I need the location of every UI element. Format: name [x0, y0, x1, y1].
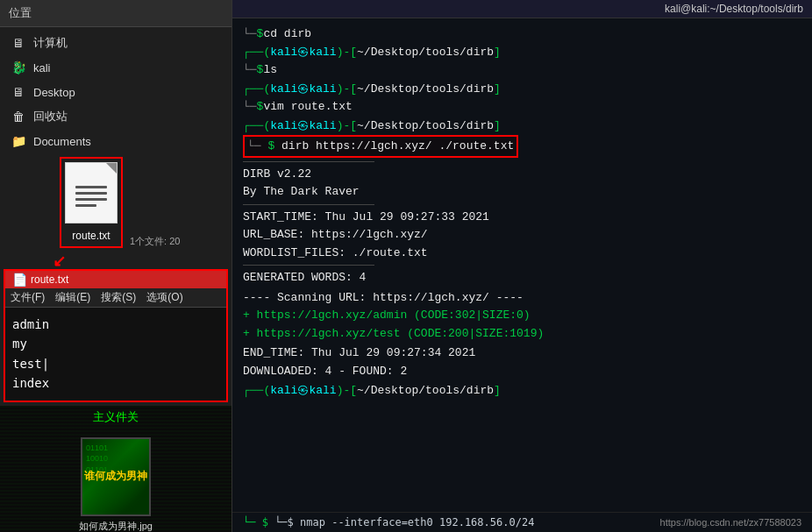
- t-user-host-4: kali㉿kali: [270, 382, 336, 400]
- t-path-1: ~/Desktop/tools/dirb: [357, 44, 494, 61]
- t-prompt-mid-3: )-[: [337, 117, 357, 135]
- trash-icon: 🗑: [11, 109, 26, 124]
- editor-content[interactable]: admin my test| index: [5, 308, 226, 401]
- dirb-url-base-text: URL_BASE: https://lgch.xyz/: [243, 226, 428, 244]
- dirb-start-time-text: START_TIME: Thu Jul 29 09:27:33 2021: [243, 209, 489, 226]
- t-cmd-dirb: dirb https://lgch.xyz/ ./route.txt: [281, 139, 514, 153]
- right-panel: kali@kali:~/Desktop/tools/dirb └─ $ cd d…: [232, 0, 812, 532]
- editor-line-4: index: [12, 373, 219, 393]
- nav-item-kali[interactable]: 🐉 kali: [0, 55, 231, 80]
- t-path-2: ~/Desktop/tools/dirb: [357, 81, 494, 98]
- desktop-icon: 🖥: [11, 84, 26, 100]
- dirb-gen-words: GENERATED WORDS: 4: [243, 269, 801, 287]
- t-prompt-end-4: ]: [494, 382, 501, 400]
- dirb-result-2: + https://lgch.xyz/test (CODE:200|SIZE:1…: [243, 325, 801, 343]
- nav-item-computer[interactable]: 🖥 计算机: [0, 31, 231, 55]
- footer-url[interactable]: https://blog.csdn.net/zx77588023: [660, 517, 801, 528]
- t-prompt-user-4: ┌──(: [243, 382, 270, 400]
- terminal-prompt-3: ┌──( kali㉿kali )-[ ~/Desktop/tools/dirb …: [243, 117, 801, 135]
- t-cmd-vim: vim route.txt: [263, 98, 352, 116]
- t-prompt-user-1: ┌──(: [243, 44, 270, 61]
- menu-edit[interactable]: 编辑(E): [55, 290, 90, 305]
- nav-item-documents[interactable]: 📁 Documents: [0, 129, 231, 153]
- file-icon-highlight: route.txt: [60, 157, 123, 248]
- nav-label-documents: Documents: [33, 135, 91, 148]
- location-label: 位置: [9, 6, 32, 19]
- footer-command: └─ $ └─$ nmap --interface=eth0 192.168.5…: [243, 516, 534, 528]
- dirb-gen-words-text: GENERATED WORDS: 4: [243, 269, 366, 287]
- jpg-thumbnail[interactable]: 谁何成为男神 011011001001101: [81, 437, 151, 516]
- terminal-footer: └─ $ └─$ nmap --interface=eth0 192.168.5…: [232, 512, 812, 532]
- terminal-body[interactable]: └─ $ cd dirb ┌──( kali㉿kali )-[ ~/Deskto…: [232, 18, 812, 512]
- t-path-4: ~/Desktop/tools/dirb: [357, 382, 494, 400]
- jpg-icon-area[interactable]: 谁何成为男神 011011001001101 如何成为男神.jpg: [79, 437, 153, 532]
- terminal-divider-2: [243, 204, 374, 205]
- footer-dollar: $: [262, 516, 274, 528]
- file-icon-big[interactable]: [65, 162, 118, 223]
- left-panel: 位置 🖥 计算机 🐉 kali 🖥 Desktop 🗑 回收站 📁 Docume…: [0, 0, 232, 532]
- dirb-url-base: URL_BASE: https://lgch.xyz/: [243, 226, 801, 244]
- t-prompt-user-2: ┌──(: [243, 81, 270, 98]
- editor-line-3: test|: [12, 354, 219, 373]
- t-dollar-1: $: [257, 25, 264, 43]
- editor-line-1: admin: [12, 315, 219, 334]
- terminal-line-vim: └─ $ vim route.txt: [243, 98, 801, 116]
- t-prompt-user-3: ┌──(: [243, 117, 270, 135]
- computer-icon: 🖥: [11, 35, 26, 51]
- dirb-scanning-text: ---- Scanning URL: https://lgch.xyz/ ---…: [243, 289, 524, 307]
- dirb-downloaded: DOWNLOADED: 4 - FOUND: 2: [243, 363, 801, 380]
- terminal-divider-3: [243, 265, 374, 266]
- dirb-end-time-text: END_TIME: Thu Jul 29 09:27:34 2021: [243, 344, 475, 362]
- terminal-prompt-4: ┌──( kali㉿kali )-[ ~/Desktop/tools/dirb …: [243, 382, 801, 400]
- nav-label-computer: 计算机: [33, 35, 68, 51]
- t-dollar-vim: $: [257, 98, 264, 116]
- terminal-line-dirb: └─ $ dirb https://lgch.xyz/ ./route.txt: [243, 135, 801, 158]
- t-prompt-mid-4: )-[: [337, 382, 357, 400]
- nav-item-trash[interactable]: 🗑 回收站: [0, 104, 231, 129]
- t-prompt-end-3: ]: [494, 117, 501, 135]
- editor-title: route.txt: [31, 273, 68, 286]
- dirb-cmd-highlight: └─ $ dirb https://lgch.xyz/ ./route.txt: [243, 135, 518, 158]
- nav-label-trash: 回收站: [33, 109, 68, 124]
- left-bottom: 主义件关 谁何成为男神 011011001001101 如何成为男神.jpg: [0, 406, 231, 532]
- footer-prompt: └─: [243, 516, 255, 528]
- terminal-prompt-2: ┌──( kali㉿kali )-[ ~/Desktop/tools/dirb …: [243, 81, 801, 98]
- kali-icon: 🐉: [11, 60, 26, 75]
- editor-titlebar: 📄 route.txt: [5, 271, 226, 288]
- dirb-result-1-text: + https://lgch.xyz/admin (CODE:302|SIZE:…: [243, 307, 531, 324]
- t-shell-prefix-vim: └─: [243, 98, 257, 116]
- file-count: 1个文件: 20: [130, 235, 180, 248]
- t-prompt-mid-2: )-[: [337, 81, 357, 98]
- t-prompt-end-2: ]: [494, 81, 501, 98]
- file-manager-nav: 🖥 计算机 🐉 kali 🖥 Desktop 🗑 回收站 📁 Documents: [0, 27, 231, 157]
- dirb-author-text: By The Dark Raver: [243, 183, 360, 201]
- file-name-text: route.txt: [72, 230, 110, 242]
- menu-search[interactable]: 搜索(S): [101, 290, 136, 305]
- bottom-label: 主义件关: [93, 406, 139, 429]
- t-dollar-ls: $: [257, 61, 264, 79]
- nav-item-desktop[interactable]: 🖥 Desktop: [0, 80, 231, 104]
- arrow-area: ↙: [53, 252, 231, 269]
- jpg-inner-text: 谁何成为男神: [84, 469, 147, 484]
- t-prompt-end-1: ]: [494, 44, 501, 61]
- t-cmd-ls: ls: [263, 61, 277, 79]
- footer-cmd-text: └─$ nmap --interface=eth0 192.168.56.0/2…: [274, 516, 534, 528]
- dirb-downloaded-text: DOWNLOADED: 4 - FOUND: 2: [243, 363, 407, 380]
- menu-options[interactable]: 选项(O): [146, 290, 182, 305]
- t-prompt-mid-1: )-[: [337, 44, 357, 61]
- terminal-title-text: kali@kali:~/Desktop/tools/dirb: [665, 3, 803, 15]
- file-area: route.txt 1个文件: 20: [0, 157, 231, 252]
- t-shell-prefix-1: └─: [243, 25, 257, 43]
- terminal-divider-1: [243, 161, 374, 162]
- terminal-line-ls: └─ $ ls: [243, 61, 801, 79]
- dirb-author: By The Dark Raver: [243, 183, 801, 201]
- menu-file[interactable]: 文件(F): [11, 290, 45, 305]
- dirb-wordlist-text: WORDLIST_FILES: ./route.txt: [243, 245, 428, 262]
- text-editor: 📄 route.txt 文件(F) 编辑(E) 搜索(S) 选项(O) admi…: [4, 269, 228, 402]
- dirb-start-time: START_TIME: Thu Jul 29 09:27:33 2021: [243, 209, 801, 226]
- t-cmd-cd: cd dirb: [263, 25, 311, 43]
- red-arrow-down: ↙: [53, 252, 66, 270]
- documents-icon: 📁: [11, 133, 26, 149]
- editor-menubar[interactable]: 文件(F) 编辑(E) 搜索(S) 选项(O): [5, 288, 226, 308]
- location-bar: 位置: [0, 0, 231, 27]
